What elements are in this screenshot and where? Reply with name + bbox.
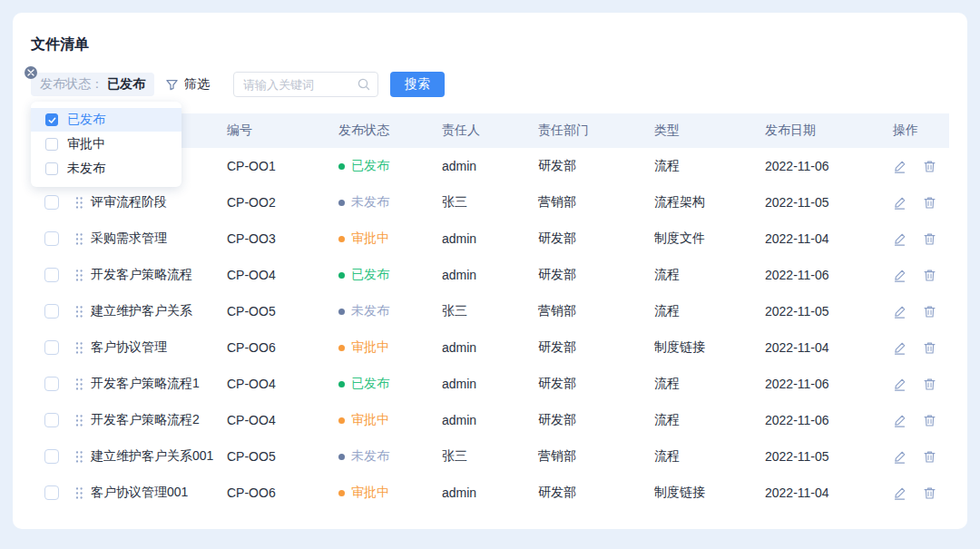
cell-select — [31, 340, 74, 355]
status-label: 审批中 — [351, 339, 389, 356]
row-checkbox[interactable] — [44, 485, 59, 500]
drag-handle-icon[interactable] — [74, 269, 83, 282]
drag-handle-icon[interactable] — [74, 232, 83, 246]
cell-select — [31, 449, 74, 464]
delete-button[interactable] — [923, 269, 936, 282]
edit-button[interactable] — [893, 305, 906, 319]
column-header-4: 发布状态 — [338, 123, 442, 139]
option-checkbox[interactable] — [45, 162, 58, 175]
drag-handle-icon[interactable] — [74, 196, 83, 210]
table-row: 评审流程阶段 CP-OO2 未发布 张三 营销部 流程架构 2022-11-05 — [31, 184, 949, 221]
edit-pencil-icon — [893, 414, 906, 427]
table-row: 客户协议管理001 CP-OO6 审批中 admin 研发部 制度链接 2022… — [31, 475, 949, 511]
status-dot — [338, 454, 345, 460]
row-checkbox[interactable] — [44, 195, 59, 210]
row-checkbox[interactable] — [44, 231, 59, 246]
edit-button[interactable] — [893, 341, 906, 355]
cell-select — [31, 195, 74, 210]
drag-handle-icon[interactable] — [74, 414, 83, 427]
file-code: CP-OO6 — [227, 485, 338, 500]
dropdown-option[interactable]: 未发布 — [31, 157, 181, 181]
cell-name: 建立维护客户关系 — [74, 303, 227, 319]
drag-handle-icon[interactable] — [74, 305, 83, 319]
filter-tag-value: 已发布 — [107, 76, 145, 93]
cell-status: 审批中 — [338, 339, 442, 356]
delete-button[interactable] — [923, 232, 936, 246]
file-code: CP-OO5 — [227, 449, 338, 464]
status-dot — [338, 417, 345, 424]
file-name: 采购需求管理 — [91, 230, 167, 247]
responsible-person: admin — [442, 340, 538, 355]
edit-button[interactable] — [893, 486, 906, 500]
cell-name: 客户协议管理001 — [74, 485, 227, 501]
column-header-8: 发布日期 — [765, 123, 893, 139]
delete-button[interactable] — [923, 160, 936, 173]
column-header-9: 操作 — [893, 123, 949, 139]
search-box — [233, 72, 378, 97]
delete-button[interactable] — [923, 196, 936, 210]
publish-date: 2022-11-05 — [765, 304, 893, 319]
search-button[interactable]: 搜索 — [390, 72, 445, 97]
file-type: 流程 — [654, 158, 765, 174]
edit-button[interactable] — [893, 269, 906, 282]
drag-handle-icon[interactable] — [74, 486, 83, 500]
delete-button[interactable] — [923, 341, 936, 355]
edit-button[interactable] — [893, 232, 906, 246]
responsible-person: admin — [442, 159, 538, 173]
row-checkbox[interactable] — [44, 268, 59, 282]
status-filter-tag[interactable]: 发布状态： 已发布 — [31, 73, 154, 96]
edit-button[interactable] — [893, 377, 906, 391]
row-checkbox[interactable] — [44, 304, 59, 319]
row-checkbox[interactable] — [44, 449, 59, 464]
responsible-department: 研发部 — [538, 339, 654, 356]
delete-button[interactable] — [923, 414, 936, 427]
publish-date: 2022-11-05 — [765, 449, 893, 464]
drag-handle-icon[interactable] — [74, 450, 83, 464]
cell-status: 未发布 — [338, 448, 442, 465]
option-checkbox[interactable] — [45, 113, 58, 126]
cell-status: 审批中 — [338, 230, 442, 247]
remove-filter-button[interactable] — [24, 66, 37, 79]
cell-operations — [893, 269, 949, 282]
trash-icon — [923, 450, 936, 464]
edit-button[interactable] — [893, 160, 906, 173]
cell-select — [31, 377, 74, 391]
dropdown-option[interactable]: 已发布 — [31, 108, 181, 132]
cell-select — [31, 304, 74, 319]
search-input[interactable] — [233, 72, 378, 97]
filter-button[interactable]: 筛选 — [165, 76, 210, 93]
dropdown-option[interactable]: 审批中 — [31, 132, 181, 156]
option-checkbox[interactable] — [45, 138, 58, 151]
status-dot — [338, 490, 345, 496]
delete-button[interactable] — [923, 486, 936, 500]
trash-icon — [923, 269, 936, 282]
drag-handle-icon[interactable] — [74, 377, 83, 391]
publish-date: 2022-11-06 — [765, 377, 893, 391]
row-checkbox[interactable] — [44, 413, 59, 427]
cell-status: 已发布 — [338, 158, 442, 174]
delete-button[interactable] — [923, 450, 936, 464]
column-header-5: 责任人 — [442, 123, 538, 139]
file-type: 流程 — [654, 412, 765, 428]
file-code: CP-OO3 — [227, 231, 338, 246]
responsible-person: admin — [442, 231, 538, 246]
edit-button[interactable] — [893, 414, 906, 427]
status-label: 审批中 — [351, 485, 389, 501]
responsible-person: admin — [442, 485, 538, 500]
table-row: 建立维护客户关系 CP-OO5 未发布 张三 营销部 流程 2022-11-05 — [31, 293, 949, 329]
edit-button[interactable] — [893, 196, 906, 210]
row-checkbox[interactable] — [44, 340, 59, 355]
status-label: 已发布 — [351, 267, 389, 283]
edit-button[interactable] — [893, 450, 906, 464]
toolbar: 发布状态： 已发布 筛选 搜索 已发布 审批中 未发布 — [31, 72, 949, 97]
delete-button[interactable] — [923, 377, 936, 391]
delete-button[interactable] — [923, 305, 936, 319]
cell-status: 审批中 — [338, 412, 442, 428]
row-checkbox[interactable] — [44, 377, 59, 391]
file-type: 制度文件 — [654, 230, 765, 247]
cell-status: 未发布 — [338, 303, 442, 319]
status-dot — [338, 236, 345, 242]
trash-icon — [923, 160, 936, 173]
option-label: 审批中 — [67, 136, 105, 152]
drag-handle-icon[interactable] — [74, 341, 83, 355]
